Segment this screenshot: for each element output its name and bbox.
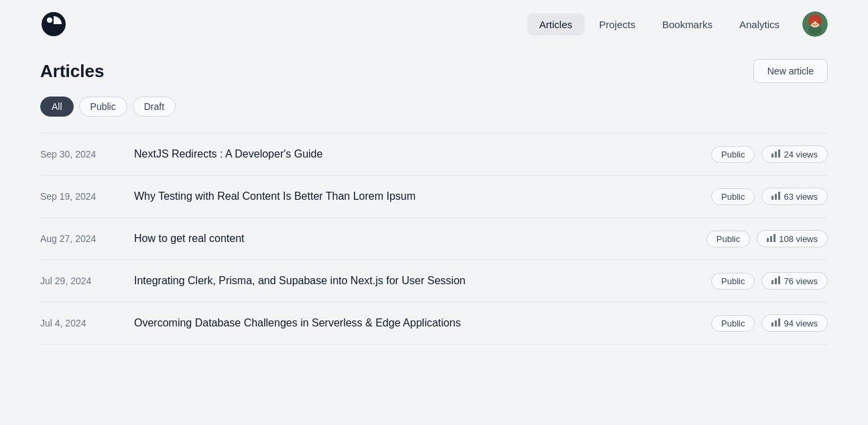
svg-rect-12	[778, 149, 780, 158]
article-row[interactable]: Sep 30, 2024NextJS Redirects : A Develop…	[40, 133, 828, 176]
views-text: 24 views	[784, 149, 818, 160]
svg-point-9	[816, 21, 818, 23]
filter-tab-all[interactable]: All	[40, 97, 74, 117]
svg-rect-22	[771, 322, 773, 326]
status-badge: Public	[706, 231, 750, 247]
filter-tab-draft[interactable]: Draft	[133, 97, 176, 117]
svg-point-7	[818, 18, 822, 25]
article-date: Aug 27, 2024	[40, 233, 134, 244]
views-text: 108 views	[779, 234, 818, 244]
article-title: NextJS Redirects : A Developer's Guide	[134, 148, 711, 160]
article-title: Integrating Clerk, Prisma, and Supabase …	[134, 275, 711, 287]
article-meta: Public 76 views	[711, 272, 828, 290]
bar-chart-icon	[771, 149, 780, 160]
article-date: Jul 29, 2024	[40, 276, 134, 286]
bar-chart-icon	[771, 318, 780, 328]
article-date: Sep 30, 2024	[40, 149, 134, 160]
filter-tab-public[interactable]: Public	[79, 97, 127, 117]
nav-analytics[interactable]: Analytics	[727, 13, 792, 36]
article-title: How to get real content	[134, 233, 706, 245]
svg-rect-17	[770, 236, 772, 242]
svg-rect-11	[775, 151, 777, 158]
new-article-button[interactable]: New article	[753, 59, 828, 83]
avatar[interactable]	[802, 11, 828, 37]
article-row[interactable]: Jul 4, 2024Overcoming Database Challenge…	[40, 302, 828, 345]
filter-tabs: AllPublicDraft	[40, 97, 828, 117]
article-title: Overcoming Database Challenges in Server…	[134, 317, 711, 329]
avatar-image	[802, 11, 828, 37]
views-text: 94 views	[784, 318, 818, 328]
views-text: 63 views	[784, 192, 818, 202]
status-badge: Public	[711, 273, 755, 290]
svg-rect-23	[775, 320, 777, 326]
article-date: Jul 4, 2024	[40, 318, 134, 328]
views-badge: 108 views	[757, 230, 828, 247]
article-date: Sep 19, 2024	[40, 191, 134, 202]
article-list: Sep 30, 2024NextJS Redirects : A Develop…	[40, 133, 828, 345]
svg-rect-15	[778, 192, 780, 200]
svg-rect-21	[778, 276, 780, 284]
svg-rect-14	[775, 194, 777, 200]
main-nav: Articles Projects Bookmarks Analytics	[528, 11, 828, 37]
main-content: Articles New article AllPublicDraft Sep …	[0, 48, 868, 371]
nav-articles[interactable]: Articles	[528, 13, 584, 36]
svg-rect-18	[773, 234, 776, 242]
logo[interactable]	[40, 11, 67, 38]
bar-chart-icon	[771, 276, 780, 286]
article-meta: Public 94 views	[711, 314, 828, 332]
article-meta: Public 63 views	[711, 188, 828, 205]
svg-rect-10	[771, 154, 773, 158]
views-badge: 63 views	[761, 188, 828, 205]
article-title: Why Testing with Real Content Is Better …	[134, 190, 711, 202]
svg-rect-20	[775, 278, 777, 284]
views-badge: 24 views	[761, 145, 828, 163]
bar-chart-icon	[771, 191, 780, 202]
svg-point-6	[808, 18, 812, 25]
svg-rect-19	[771, 280, 773, 284]
article-meta: Public 24 views	[711, 145, 828, 163]
views-badge: 94 views	[761, 314, 828, 332]
svg-rect-13	[771, 196, 773, 200]
article-meta: Public 108 views	[706, 230, 828, 247]
page-title: Articles	[40, 61, 104, 82]
status-badge: Public	[711, 188, 755, 205]
svg-rect-24	[778, 318, 780, 326]
bar-chart-icon	[767, 233, 776, 244]
status-badge: Public	[711, 146, 755, 163]
article-row[interactable]: Aug 27, 2024How to get real contentPubli…	[40, 218, 828, 260]
svg-point-8	[812, 21, 814, 23]
article-row[interactable]: Sep 19, 2024Why Testing with Real Conten…	[40, 176, 828, 218]
nav-projects[interactable]: Projects	[587, 13, 647, 36]
svg-point-1	[47, 17, 52, 23]
header: Articles Projects Bookmarks Analytics	[0, 0, 868, 48]
logo-icon	[40, 11, 67, 38]
nav-bookmarks[interactable]: Bookmarks	[650, 13, 725, 36]
views-text: 76 views	[784, 276, 818, 286]
article-row[interactable]: Jul 29, 2024Integrating Clerk, Prisma, a…	[40, 260, 828, 302]
views-badge: 76 views	[761, 272, 828, 290]
page-header: Articles New article	[40, 59, 828, 83]
svg-rect-16	[767, 238, 769, 242]
status-badge: Public	[711, 315, 755, 332]
